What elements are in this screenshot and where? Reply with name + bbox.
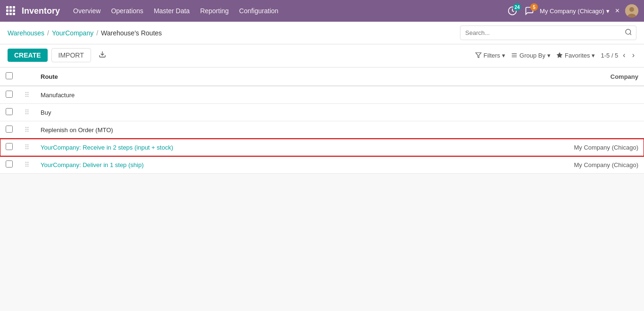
company-cell: My Company (Chicago) <box>434 139 644 156</box>
pagination-next[interactable]: › <box>630 50 636 60</box>
header-company: Company <box>434 67 644 86</box>
route-cell: Manufacture <box>35 86 434 104</box>
drag-icon: ⠿ <box>25 161 29 168</box>
company-cell <box>434 104 644 121</box>
select-all-checkbox[interactable] <box>6 72 13 79</box>
grid-icon[interactable] <box>6 6 15 17</box>
action-bar: CREATE IMPORT Filters ▾ Group By ▾ <box>0 44 644 67</box>
groupby-button[interactable]: Group By ▾ <box>511 52 551 59</box>
create-button[interactable]: CREATE <box>8 49 48 62</box>
row-checkbox[interactable] <box>6 108 13 115</box>
chat-badge-icon[interactable]: 5 <box>525 6 534 16</box>
company-selector[interactable]: My Company (Chicago) ▾ <box>540 8 610 15</box>
route-cell: Buy <box>35 104 434 121</box>
company-cell: My Company (Chicago) <box>434 156 644 174</box>
pagination-text: 1-5 / 5 <box>601 52 618 59</box>
company-name: My Company (Chicago) <box>540 8 604 15</box>
row-checkbox[interactable] <box>6 91 13 98</box>
breadcrumb-sep1: / <box>47 29 49 37</box>
svg-line-14 <box>630 34 631 35</box>
nav-configuration[interactable]: Configuration <box>239 7 278 15</box>
svg-marker-20 <box>557 52 562 58</box>
svg-rect-2 <box>13 6 15 8</box>
clock-badge-icon[interactable]: 24 <box>508 6 517 16</box>
drag-handle[interactable]: ⠿ <box>19 156 35 174</box>
breadcrumb-current: Warehouse's Routes <box>101 29 162 37</box>
drag-icon: ⠿ <box>25 126 29 134</box>
route-link[interactable]: YourCompany: Deliver in 1 step (ship) <box>41 161 143 168</box>
search-input[interactable] <box>460 27 621 39</box>
drag-icon: ⠿ <box>25 91 29 99</box>
svg-rect-0 <box>6 6 8 8</box>
route-text: Buy <box>41 109 51 116</box>
company-cell <box>434 121 644 139</box>
action-right: Filters ▾ Group By ▾ Favorites ▾ 1-5 / 5… <box>475 50 636 60</box>
top-navigation: Inventory Overview Operations Master Dat… <box>0 0 644 22</box>
nav-right: 24 5 My Company (Chicago) ▾ × <box>508 4 638 17</box>
drag-handle[interactable]: ⠿ <box>19 139 35 156</box>
row-checkbox[interactable] <box>6 160 13 168</box>
header-drag-col <box>19 67 35 86</box>
table-row[interactable]: ⠿YourCompany: Receive in 2 steps (input … <box>0 139 644 156</box>
row-checkbox[interactable] <box>6 126 13 133</box>
groupby-label: Group By <box>519 52 545 59</box>
route-cell: Replenish on Order (MTO) <box>35 121 434 139</box>
import-button[interactable]: IMPORT <box>51 48 91 62</box>
svg-rect-3 <box>6 9 8 12</box>
breadcrumb-warehouses[interactable]: Warehouses <box>8 29 44 37</box>
breadcrumb-yourcompany[interactable]: YourCompany <box>52 29 93 37</box>
header-route[interactable]: Route <box>35 67 434 86</box>
company-cell <box>434 86 644 104</box>
nav-overview[interactable]: Overview <box>73 7 100 15</box>
table-row[interactable]: ⠿Manufacture <box>0 86 644 104</box>
chat-badge-count: 5 <box>530 3 538 11</box>
header-checkbox-col <box>0 67 19 86</box>
svg-rect-6 <box>6 13 8 15</box>
drag-handle[interactable]: ⠿ <box>19 121 35 139</box>
svg-rect-8 <box>13 13 15 15</box>
nav-reporting[interactable]: Reporting <box>200 7 229 15</box>
favorites-label: Favorites <box>565 52 590 59</box>
close-icon[interactable]: × <box>615 7 619 15</box>
table-row[interactable]: ⠿Buy <box>0 104 644 121</box>
svg-point-13 <box>626 29 631 34</box>
company-chevron-icon: ▾ <box>606 8 610 15</box>
row-checkbox[interactable] <box>6 143 13 150</box>
filters-label: Filters <box>484 52 500 59</box>
pagination-prev[interactable]: ‹ <box>621 50 627 60</box>
routes-table: Route Company ⠿Manufacture⠿Buy⠿Replenish… <box>0 67 644 174</box>
filters-button[interactable]: Filters ▾ <box>475 52 505 59</box>
svg-rect-7 <box>9 13 12 15</box>
breadcrumb-sep2: / <box>96 29 98 37</box>
svg-rect-5 <box>13 9 15 12</box>
app-title: Inventory <box>22 6 60 16</box>
breadcrumb: Warehouses / YourCompany / Warehouse's R… <box>8 29 162 37</box>
svg-point-11 <box>629 7 634 12</box>
route-link[interactable]: YourCompany: Receive in 2 steps (input +… <box>41 144 173 151</box>
drag-icon: ⠿ <box>25 109 29 116</box>
clock-badge-count: 24 <box>513 3 521 11</box>
action-left: CREATE IMPORT <box>8 48 110 62</box>
drag-icon: ⠿ <box>25 143 29 151</box>
groupby-chevron: ▾ <box>547 52 551 59</box>
search-box <box>460 25 636 40</box>
favorites-chevron: ▾ <box>592 52 595 59</box>
table-row[interactable]: ⠿Replenish on Order (MTO) <box>0 121 644 139</box>
table-row[interactable]: ⠿YourCompany: Deliver in 1 step (ship)My… <box>0 156 644 174</box>
route-text: Manufacture <box>41 92 75 99</box>
nav-operations[interactable]: Operations <box>111 7 143 15</box>
nav-master-data[interactable]: Master Data <box>154 7 190 15</box>
table-header-row: Route Company <box>0 67 644 86</box>
svg-rect-1 <box>9 6 12 8</box>
route-text: Replenish on Order (MTO) <box>41 126 113 134</box>
avatar[interactable] <box>625 4 638 17</box>
favorites-button[interactable]: Favorites ▾ <box>556 52 595 59</box>
route-cell: YourCompany: Deliver in 1 step (ship) <box>35 156 434 174</box>
search-button[interactable] <box>621 26 636 40</box>
pagination: 1-5 / 5 ‹ › <box>601 50 636 60</box>
drag-handle[interactable]: ⠿ <box>19 104 35 121</box>
svg-rect-4 <box>9 9 12 12</box>
drag-handle[interactable]: ⠿ <box>19 86 35 104</box>
download-button[interactable] <box>95 49 110 62</box>
svg-marker-16 <box>476 53 481 58</box>
